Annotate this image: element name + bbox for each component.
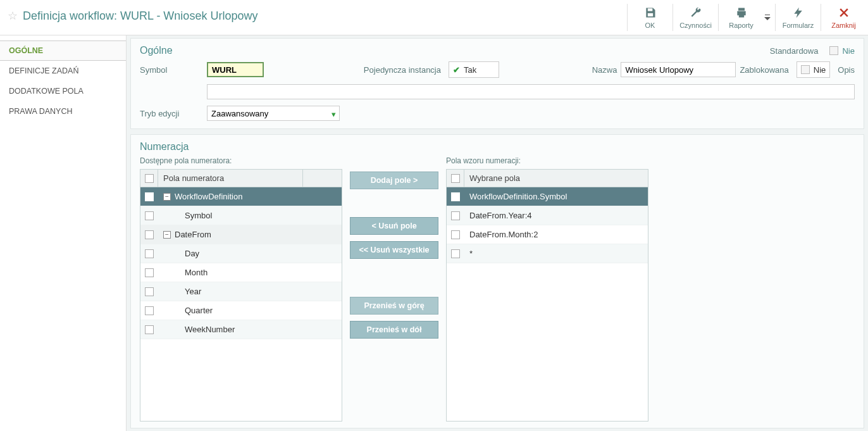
row-label-text: WeekNumber [185,325,235,334]
svg-rect-0 [647,8,652,11]
row-label-text: Day [185,249,199,258]
row-checkbox[interactable] [145,287,154,296]
locked-field[interactable]: Nie [797,61,831,78]
lightning-icon [792,6,805,19]
row-checkbox[interactable] [451,230,460,239]
printer-icon [735,6,748,19]
row-label-text: DateFrom.Year:4 [469,211,532,220]
name-label: Nazwa [592,65,617,75]
table-row[interactable]: Year [140,282,342,301]
select-all-right-checkbox[interactable] [451,174,460,183]
selected-fields-grid[interactable]: Wybrane pola WorkflowDefinition.SymbolDa… [446,169,648,422]
remove-all-button[interactable]: << Usuń wszystkie [350,241,438,259]
row-label-text: Year [185,287,201,296]
desc-input[interactable] [207,84,855,99]
close-icon [838,6,850,19]
row-checkbox[interactable] [451,249,460,258]
ok-button[interactable]: OK [629,0,671,35]
transfer-buttons: Dodaj pole > < Usuń pole << Usuń wszystk… [350,156,438,422]
move-down-button[interactable]: Przenieś w dół [350,321,438,339]
svg-rect-1 [647,13,652,16]
sidebar-item-task-defs[interactable]: DEFINICJE ZADAŃ [0,61,126,81]
row-label-text: Quarter [185,306,213,315]
desc-label: Opis [838,65,855,75]
mode-label: Tryb edycji [140,109,203,118]
single-instance-label: Pojedyncza instancja [344,65,445,75]
single-instance-field[interactable]: ✔ Tak [449,61,499,78]
symbol-label: Symbol [140,65,203,75]
table-row[interactable]: Day [140,244,342,263]
table-row[interactable]: −WorkflowDefinition [140,187,342,206]
locked-label: Zablokowana [740,65,792,75]
row-checkbox[interactable] [451,192,460,201]
row-checkbox[interactable] [145,306,154,315]
table-row[interactable]: −DateFrom [140,225,342,244]
wrench-icon [690,6,702,19]
row-checkbox[interactable] [451,211,460,220]
general-panel: Ogólne Standardowa Nie Symbol Pojedyncza… [130,38,864,129]
page-title: Definicja workflow: WURL - Wniosek Urlop… [23,9,257,22]
table-row[interactable]: * [447,244,648,263]
collapse-icon[interactable]: − [163,193,171,201]
sidebar-item-extra-fields[interactable]: DODATKOWE POLA [0,81,126,101]
add-field-button[interactable]: Dodaj pole > [350,172,438,189]
toolbar: OK Czynności Raporty Formularz Zamknij [625,0,868,35]
selected-fields-header: Wybrane pola [464,173,648,183]
actions-button[interactable]: Czynności [675,0,716,35]
selected-fields-column: Pola wzoru numeracji: Wybrane pola Workf… [446,156,648,422]
row-label-text: DateFrom [175,230,211,239]
sidebar-item-data-rights[interactable]: PRAWA DANYCH [0,101,126,122]
name-input[interactable] [621,62,736,77]
remove-field-button[interactable]: < Usuń pole [350,217,438,235]
check-icon: ✔ [453,65,460,75]
standard-value: Nie [842,46,855,56]
table-row[interactable]: Symbol [140,206,342,225]
row-label-text: Symbol [185,211,212,220]
row-label-text: Month [185,268,208,277]
page-title-container: ☆Definicja workflow: WURL - Wniosek Urlo… [8,0,625,23]
standard-label: Standardowa [770,46,819,56]
table-row[interactable]: Month [140,263,342,282]
chevron-down-icon [764,17,771,21]
move-up-button[interactable]: Przenieś w górę [350,297,438,315]
row-checkbox[interactable] [145,268,154,277]
general-panel-title: Ogólne [140,45,173,56]
save-icon [644,6,657,19]
row-label-text: WorkflowDefinition [175,192,242,201]
row-checkbox[interactable] [145,249,154,258]
row-checkbox[interactable] [145,325,154,334]
header: ☆Definicja workflow: WURL - Wniosek Urlo… [0,0,868,35]
row-label-text: * [469,249,473,258]
row-label-text: WorkflowDefinition.Symbol [469,192,567,201]
table-row[interactable]: DateFrom.Month:2 [447,225,648,244]
numbering-panel-title: Numeracja [140,141,189,153]
available-fields-column: Dostępne pola numeratora: Pola numerator… [140,156,342,422]
row-label-text: DateFrom.Month:2 [469,230,538,239]
reports-button[interactable]: Raporty [721,0,762,35]
numbering-panel: Numeracja Dostępne pola numeratora: Pola… [130,134,864,428]
table-row[interactable]: Quarter [140,301,342,320]
available-fields-title: Dostępne pola numeratora: [140,156,342,165]
symbol-input[interactable] [207,62,264,77]
available-fields-header: Pola numeratora [158,173,302,183]
standard-checkbox[interactable] [829,46,838,55]
sidebar: OGÓLNE DEFINICJE ZADAŃ DODATKOWE POLA PR… [0,35,127,431]
table-row[interactable]: DateFrom.Year:4 [447,206,648,225]
selected-fields-title: Pola wzoru numeracji: [446,156,648,165]
mode-select[interactable]: ▾ [207,106,340,121]
row-checkbox[interactable] [145,211,154,220]
sidebar-item-general[interactable]: OGÓLNE [0,41,126,61]
table-row[interactable]: WeekNumber [140,320,342,339]
locked-checkbox[interactable] [801,65,810,74]
table-row[interactable]: WorkflowDefinition.Symbol [447,187,648,206]
form-button[interactable]: Formularz [778,0,819,35]
favorite-star-icon[interactable]: ☆ [8,9,18,22]
close-button[interactable]: Zamknij [823,0,864,35]
reports-dropdown[interactable] [762,0,773,35]
available-fields-grid[interactable]: Pola numeratora −WorkflowDefinitionSymbo… [140,169,342,422]
row-checkbox[interactable] [145,230,154,239]
row-checkbox[interactable] [145,192,154,201]
collapse-icon[interactable]: − [163,231,171,239]
select-all-checkbox[interactable] [145,174,154,183]
